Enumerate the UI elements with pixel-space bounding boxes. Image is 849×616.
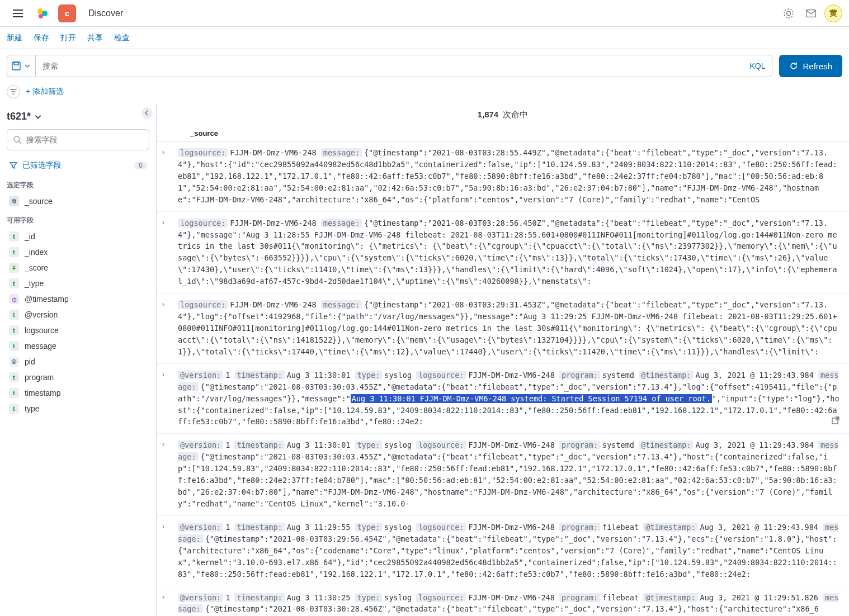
save-button[interactable]: 保存 xyxy=(34,33,49,43)
field-key-badge: type: xyxy=(355,523,383,532)
query-input[interactable] xyxy=(43,61,745,70)
field-key-badge: @version: xyxy=(178,523,223,532)
language-switcher[interactable]: KQL xyxy=(749,61,765,70)
expand-row-button[interactable]: › xyxy=(162,439,172,510)
field-item-type[interactable]: t_type xyxy=(7,276,149,291)
field-type-icon: t xyxy=(9,388,19,398)
expand-row-button[interactable]: › xyxy=(162,592,172,617)
field-key-badge: @timestamp: xyxy=(643,523,697,532)
space-selector[interactable]: c xyxy=(58,4,76,22)
field-key-badge: message: xyxy=(321,148,362,157)
results-panel: 1,874 次命中 _source ›logsource:FJJM-DM-Dmz… xyxy=(157,104,849,616)
field-item-score[interactable]: #_score xyxy=(7,260,149,276)
table-row: ›logsource:FJJM-DM-Dmz-VM6-248 message:{… xyxy=(157,212,849,294)
table-row: ›@version:1 timestamp:Aug 3 11:30:01 typ… xyxy=(157,434,849,516)
chevron-down-icon xyxy=(24,63,31,69)
field-name-label: _id xyxy=(25,232,35,241)
field-search-input[interactable] xyxy=(26,135,143,144)
field-key-badge: program: xyxy=(559,593,600,602)
field-name-label: _index xyxy=(25,248,48,257)
selected-fields-heading: 选定字段 xyxy=(7,181,149,190)
field-item-type[interactable]: ttype xyxy=(7,401,149,416)
field-name-label: type xyxy=(25,404,39,413)
svg-point-8 xyxy=(14,136,20,142)
menu-toggle-button[interactable] xyxy=(4,0,31,27)
field-type-icon: t xyxy=(9,310,19,320)
field-item-source[interactable]: ⧉_source xyxy=(7,193,149,209)
expand-row-button[interactable]: › xyxy=(162,217,172,288)
chevron-left-icon xyxy=(144,110,150,116)
mail-button[interactable] xyxy=(800,2,822,25)
expand-row-button[interactable]: › xyxy=(162,299,172,358)
field-item-id[interactable]: t_id xyxy=(7,229,149,244)
hits-label: 次命中 xyxy=(503,110,528,119)
user-menu-button[interactable]: 黄 xyxy=(822,2,845,25)
field-item-version[interactable]: t@version xyxy=(7,307,149,323)
breadcrumb: Discover xyxy=(88,8,123,18)
refresh-button[interactable]: Refresh xyxy=(779,55,842,77)
doc-source-cell: logsource:FJJM-DM-Dmz-VM6-248 message:{"… xyxy=(178,299,840,358)
new-button[interactable]: 新建 xyxy=(7,33,22,43)
field-item-pid[interactable]: ⦿pid xyxy=(7,354,149,369)
elastic-logo-icon[interactable] xyxy=(34,4,51,22)
mail-icon xyxy=(806,10,816,17)
field-item-timestamp[interactable]: ttimestamp xyxy=(7,385,149,401)
popout-icon xyxy=(831,416,840,425)
avatar: 黄 xyxy=(824,4,842,22)
field-type-icon: t xyxy=(9,278,19,288)
field-name-label: _score xyxy=(25,263,48,272)
field-key-badge: type: xyxy=(355,371,383,380)
expand-row-button[interactable]: › xyxy=(162,147,172,206)
column-header-source[interactable]: _source xyxy=(157,126,849,141)
collapse-sidebar-button[interactable] xyxy=(142,107,153,119)
main-content: t621* 已筛选字段 0 选定字段 ⧉_source 可用字段 t_idt_i… xyxy=(0,104,849,616)
field-item-logsource[interactable]: tlogsource xyxy=(7,323,149,338)
field-key-badge: timestamp: xyxy=(234,440,284,449)
field-type-icon: t xyxy=(9,341,19,351)
filtered-fields-toggle[interactable]: 已筛选字段 0 xyxy=(7,157,149,174)
field-item-index[interactable]: t_index xyxy=(7,244,149,260)
query-input-wrapper: KQL xyxy=(35,55,772,77)
field-item-program[interactable]: tprogram xyxy=(7,369,149,385)
field-key-badge: @version: xyxy=(178,440,223,449)
newsfeed-button[interactable] xyxy=(777,2,800,25)
svg-point-2 xyxy=(39,14,43,18)
field-search-wrapper xyxy=(7,129,149,150)
filter-icon xyxy=(9,161,18,170)
refresh-label: Refresh xyxy=(803,61,832,71)
share-button[interactable]: 共享 xyxy=(87,33,103,43)
open-button[interactable]: 打开 xyxy=(60,33,76,43)
filter-options-button[interactable] xyxy=(7,85,20,98)
field-key-badge: logsource: xyxy=(178,148,228,157)
add-filter-button[interactable]: + 添加筛选 xyxy=(26,87,64,97)
table-row: ›logsource:FJJM-DM-Dmz-VM6-248 message:{… xyxy=(157,293,849,364)
field-name-label: _type xyxy=(25,279,44,288)
field-key-badge: @timestamp: xyxy=(643,593,697,602)
field-key-badge: @version: xyxy=(178,371,223,380)
doc-source-cell: @version:1 timestamp:Aug 3 11:30:01 type… xyxy=(178,369,840,428)
field-key-badge: program: xyxy=(559,440,600,449)
fields-sidebar: t621* 已筛选字段 0 选定字段 ⧉_source 可用字段 t_idt_i… xyxy=(0,104,157,616)
doc-source-cell: logsource:FJJM-DM-Dmz-VM6-248 message:{"… xyxy=(178,147,840,206)
field-key-badge: logsource: xyxy=(178,300,228,309)
field-item-timestamp[interactable]: ◷@timestamp xyxy=(7,291,149,307)
field-key-badge: @timestamp: xyxy=(639,440,693,449)
field-key-badge: program: xyxy=(559,523,600,532)
field-key-badge: logsource: xyxy=(416,440,466,449)
filtered-fields-label: 已筛选字段 xyxy=(22,160,62,170)
expand-row-button[interactable]: › xyxy=(162,522,172,580)
inspect-button[interactable]: 检查 xyxy=(114,33,130,43)
field-name-label: _source xyxy=(25,197,53,206)
field-key-badge: timestamp: xyxy=(234,523,284,532)
single-doc-action-button[interactable] xyxy=(831,416,840,425)
field-key-badge: type: xyxy=(355,593,383,602)
field-item-message[interactable]: tmessage xyxy=(7,338,149,354)
filter-bar: + 添加筛选 xyxy=(0,83,849,104)
saved-query-picker[interactable] xyxy=(7,55,35,77)
available-fields-heading: 可用字段 xyxy=(7,216,149,225)
field-key-badge: logsource: xyxy=(178,219,228,228)
expand-row-button[interactable]: › xyxy=(162,369,172,428)
hits-count: 1,874 xyxy=(478,110,499,119)
field-type-icon: t xyxy=(9,247,19,257)
index-pattern-selector[interactable]: t621* xyxy=(7,111,149,122)
